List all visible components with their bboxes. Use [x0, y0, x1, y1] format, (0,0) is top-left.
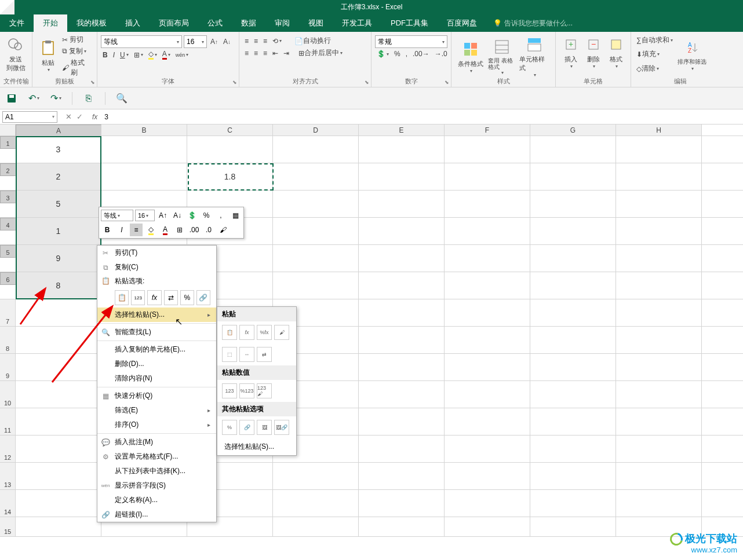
insert-cells-button[interactable]: + 插入▾ — [559, 33, 582, 71]
cell[interactable] — [445, 490, 530, 517]
cell[interactable] — [359, 381, 445, 408]
sub-paste-formulas-numfmt[interactable]: %fx — [257, 325, 272, 340]
mini-align[interactable]: ≡ — [130, 224, 143, 236]
ctx-hyperlink[interactable]: 🔗超链接(I)... — [97, 507, 216, 522]
cell[interactable] — [530, 299, 616, 326]
align-top-button[interactable]: ≡ — [243, 36, 250, 46]
cell[interactable] — [445, 435, 530, 462]
increase-decimal-button[interactable]: .00→ — [411, 49, 431, 58]
cell[interactable] — [273, 245, 359, 272]
dialog-launcher[interactable]: ⬊ — [232, 79, 237, 85]
send-wechat-button[interactable]: 发送到微信 — [3, 33, 28, 75]
col-header-H[interactable]: H — [616, 125, 702, 136]
dialog-launcher[interactable]: ⬊ — [445, 79, 449, 85]
ctx-insert-comment[interactable]: 💬插入批注(M) — [97, 435, 216, 449]
align-left-button[interactable]: ≡ — [243, 49, 250, 58]
cell[interactable] — [359, 299, 445, 326]
indent-inc-button[interactable]: ⇥ — [282, 49, 291, 58]
cell[interactable] — [616, 163, 702, 190]
cell[interactable] — [359, 517, 445, 536]
number-format-select[interactable]: 常规▾ — [375, 35, 447, 48]
cell[interactable] — [273, 463, 359, 489]
cell[interactable] — [445, 272, 530, 299]
cell[interactable] — [359, 463, 445, 489]
select-all-corner[interactable] — [0, 125, 16, 136]
cell[interactable] — [616, 218, 702, 244]
undo-button[interactable]: ↶▾ — [28, 93, 39, 104]
ctx-delete[interactable]: 删除(D)... — [97, 357, 216, 371]
col-header-G[interactable]: G — [530, 125, 616, 136]
sub-paste-values-source-fmt[interactable]: 123🖌 — [257, 383, 272, 398]
align-middle-button[interactable]: ≡ — [252, 36, 260, 46]
merge-center-button[interactable]: ⊞合并后居中▾ — [297, 47, 344, 58]
cell[interactable] — [616, 272, 702, 299]
cell[interactable] — [530, 272, 616, 299]
cell[interactable] — [616, 463, 702, 489]
row-header[interactable]: 7 — [0, 299, 16, 326]
worksheet[interactable]: A B C D E F G H 13 221.8 35 41 59 68 7 8… — [0, 125, 743, 537]
row-header[interactable]: 3 — [0, 191, 16, 203]
sub-paste-keep-source-fmt[interactable]: 🖌 — [274, 325, 289, 340]
currency-button[interactable]: 💲▾ — [375, 49, 391, 58]
tab-developer[interactable]: 开发工具 — [333, 14, 381, 32]
ctx-insert-copied[interactable]: 插入复制的单元格(E)... — [97, 342, 216, 357]
mini-decrease-font[interactable]: A↓ — [171, 209, 184, 222]
cell-A4[interactable]: 1 — [16, 218, 101, 244]
italic-button[interactable]: I — [111, 50, 116, 60]
cell[interactable] — [273, 272, 359, 299]
mini-dec-decimal[interactable]: .0 — [202, 224, 215, 236]
dialog-launcher[interactable]: ⬊ — [365, 79, 369, 85]
cell-A1[interactable]: 3 — [16, 136, 101, 163]
ctx-filter[interactable]: 筛选(E)▸ — [97, 403, 216, 418]
cell[interactable] — [530, 327, 616, 353]
tab-review[interactable]: 审阅 — [265, 14, 299, 32]
sub-paste-formulas[interactable]: fx — [239, 325, 254, 340]
sub-paste-transpose[interactable]: ⇄ — [257, 347, 272, 362]
mini-fill-color[interactable]: ◇ — [144, 224, 157, 236]
cell[interactable] — [445, 191, 530, 217]
cell[interactable] — [445, 381, 530, 408]
percent-button[interactable]: % — [392, 49, 402, 58]
copy-button[interactable]: ⧉ 复制▾ — [60, 46, 93, 57]
increase-font-button[interactable]: A↑ — [209, 37, 220, 46]
ctx-show-pinyin[interactable]: wén显示拼音字段(S) — [97, 478, 216, 493]
cell[interactable] — [616, 381, 702, 408]
paste-button[interactable]: 粘贴▾ — [36, 33, 60, 78]
cell[interactable] — [273, 218, 359, 244]
tab-pdf[interactable]: PDF工具集 — [381, 14, 438, 32]
cell[interactable] — [101, 136, 187, 163]
mini-font-select[interactable]: 等线▾ — [101, 210, 133, 221]
ctx-sort[interactable]: 排序(O)▸ — [97, 418, 216, 432]
redo-button[interactable]: ↷▾ — [50, 93, 61, 104]
orientation-button[interactable]: ⟲▾ — [271, 36, 283, 46]
row-header[interactable]: 14 — [0, 490, 16, 517]
cell[interactable] — [530, 191, 616, 217]
qat-button-2[interactable]: 🔍 — [116, 93, 128, 104]
align-right-button[interactable]: ≡ — [261, 49, 269, 58]
cell[interactable] — [16, 435, 101, 462]
cell[interactable] — [445, 463, 530, 489]
mini-increase-font[interactable]: A↑ — [156, 209, 169, 222]
tab-baidu[interactable]: 百度网盘 — [438, 14, 486, 32]
cell[interactable] — [359, 435, 445, 462]
row-header[interactable]: 5 — [0, 245, 16, 258]
tab-mytemplate[interactable]: 我的模板 — [67, 14, 116, 32]
cell[interactable] — [530, 136, 616, 163]
sub-paste-link[interactable]: 🔗 — [239, 420, 254, 435]
cell[interactable] — [359, 245, 445, 272]
cell[interactable] — [616, 299, 702, 326]
cell[interactable] — [273, 136, 359, 163]
cell-A2[interactable]: 2 — [16, 163, 101, 190]
cell-C2[interactable]: 1.8 — [187, 163, 273, 190]
paste-opt-link[interactable]: 🔗 — [196, 290, 210, 305]
row-header[interactable]: 10 — [0, 381, 16, 408]
sub-paste-values[interactable]: 123 — [222, 383, 237, 398]
sub-paste-values-numfmt[interactable]: %123 — [239, 383, 254, 398]
cell-style-button[interactable]: 单元格样式▾ — [518, 33, 552, 80]
col-header-E[interactable]: E — [359, 125, 445, 136]
paste-opt-keep-source[interactable]: 📋 — [115, 290, 129, 305]
cell[interactable] — [445, 408, 530, 435]
cell[interactable] — [359, 408, 445, 435]
qat-button-1[interactable]: ⎘ — [83, 93, 94, 104]
cell[interactable] — [445, 299, 530, 326]
